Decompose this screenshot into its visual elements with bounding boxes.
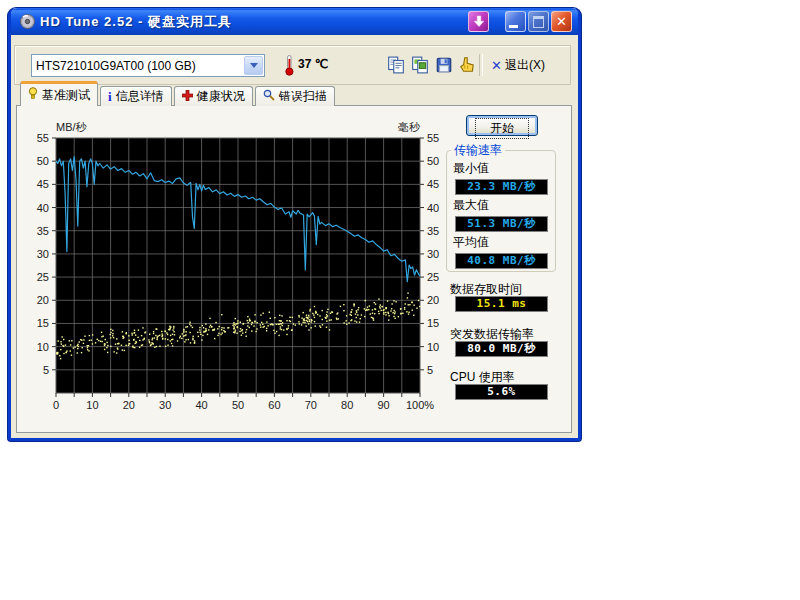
- svg-text:30: 30: [37, 248, 49, 260]
- svg-text:50: 50: [37, 155, 49, 167]
- benchmark-lightbulb-icon: [28, 87, 38, 103]
- svg-text:40: 40: [427, 202, 439, 214]
- temperature-value: 37 ℃: [298, 57, 328, 71]
- svg-text:10: 10: [37, 341, 49, 353]
- copy-image-button[interactable]: [409, 54, 431, 76]
- max-rate-display: 51.3 MB/秒: [455, 216, 548, 232]
- svg-text:20: 20: [123, 399, 135, 411]
- thermometer-icon: [284, 54, 295, 80]
- options-hand-icon: [458, 56, 476, 74]
- svg-text:55: 55: [37, 132, 49, 144]
- tab-error-scan[interactable]: 错误扫描: [255, 86, 335, 106]
- svg-text:45: 45: [427, 178, 439, 190]
- benchmark-chart: 5555505045454040353530302525202015151010…: [17, 106, 463, 418]
- access-time-display: 15.1 ms: [455, 296, 548, 312]
- download-update-button[interactable]: [468, 11, 489, 32]
- drive-select-value: HTS721010G9AT00 (100 GB): [32, 59, 243, 73]
- tab-label: 错误扫描: [279, 88, 327, 105]
- svg-text:60: 60: [268, 399, 280, 411]
- avg-rate-display: 40.8 MB/秒: [455, 253, 548, 269]
- tab-label: 信息详情: [116, 88, 164, 105]
- drive-select[interactable]: HTS721010G9AT00 (100 GB): [31, 54, 265, 77]
- svg-text:20: 20: [37, 294, 49, 306]
- svg-text:30: 30: [427, 248, 439, 260]
- exit-x-icon: ✕: [491, 58, 502, 73]
- close-icon: ✕: [556, 15, 567, 28]
- client-area: HTS721010G9AT00 (100 GB) 37 ℃: [11, 35, 578, 438]
- options-button[interactable]: [456, 54, 478, 76]
- svg-text:10: 10: [427, 341, 439, 353]
- copy-text-icon: [387, 56, 405, 74]
- svg-text:15: 15: [427, 317, 439, 329]
- svg-text:25: 25: [427, 271, 439, 283]
- svg-text:35: 35: [427, 225, 439, 237]
- svg-text:0: 0: [53, 399, 59, 411]
- maximize-button[interactable]: [528, 11, 549, 32]
- svg-text:40: 40: [37, 202, 49, 214]
- tab-label: 基准测试: [42, 87, 90, 104]
- benchmark-page: 5555505045454040353530302525202015151010…: [16, 105, 572, 433]
- down-arrow-icon: [473, 15, 485, 28]
- magnifier-icon: [263, 89, 275, 104]
- svg-text:毫秒: 毫秒: [398, 121, 421, 133]
- svg-text:50: 50: [232, 399, 244, 411]
- tab-bar: 基准测试 i 信息详情 健康状况 错误扫描: [20, 84, 335, 106]
- close-button[interactable]: ✕: [551, 11, 572, 32]
- svg-text:90: 90: [377, 399, 389, 411]
- info-icon: i: [108, 91, 112, 103]
- svg-text:50: 50: [427, 155, 439, 167]
- svg-text:5: 5: [427, 364, 433, 376]
- tab-label: 健康状况: [197, 88, 245, 105]
- svg-text:35: 35: [37, 225, 49, 237]
- svg-text:100%: 100%: [406, 399, 434, 411]
- chevron-down-icon: [250, 63, 258, 68]
- svg-text:30: 30: [159, 399, 171, 411]
- svg-text:45: 45: [37, 178, 49, 190]
- svg-text:80: 80: [341, 399, 353, 411]
- svg-text:5: 5: [43, 364, 49, 376]
- max-rate-label: 最大值: [453, 197, 555, 214]
- app-icon: [19, 13, 36, 30]
- min-rate-display: 23.3 MB/秒: [455, 179, 548, 195]
- svg-text:MB/秒: MB/秒: [56, 121, 88, 133]
- exit-button[interactable]: ✕ 退出(X): [487, 54, 549, 76]
- svg-text:55: 55: [427, 132, 439, 144]
- svg-text:15: 15: [37, 317, 49, 329]
- svg-text:20: 20: [427, 294, 439, 306]
- svg-text:10: 10: [86, 399, 98, 411]
- svg-text:40: 40: [195, 399, 207, 411]
- combo-dropdown-button[interactable]: [244, 56, 263, 75]
- health-cross-icon: [182, 90, 193, 104]
- svg-text:70: 70: [305, 399, 317, 411]
- transfer-rate-group: 传输速率 最小值 23.3 MB/秒 最大值 51.3 MB/秒 平均值 40.…: [446, 142, 556, 272]
- minimize-button[interactable]: [505, 11, 526, 32]
- title-bar: HD Tune 2.52 - 硬盘实用工具 ✕: [11, 8, 578, 35]
- cpu-usage-display: 5.6%: [455, 384, 548, 400]
- start-button[interactable]: 开始: [466, 115, 538, 136]
- tab-health[interactable]: 健康状况: [174, 86, 253, 106]
- burst-rate-display: 80.0 MB/秒: [455, 341, 548, 357]
- minimize-icon: [509, 25, 518, 28]
- svg-text:25: 25: [37, 271, 49, 283]
- tab-info[interactable]: i 信息详情: [100, 86, 172, 106]
- save-screenshot-button[interactable]: [433, 54, 455, 76]
- maximize-icon: [533, 16, 544, 28]
- tab-benchmark[interactable]: 基准测试: [20, 81, 98, 106]
- exit-label: 退出(X): [505, 57, 545, 74]
- toolbar: HTS721010G9AT00 (100 GB) 37 ℃: [14, 45, 571, 85]
- avg-rate-label: 平均值: [453, 234, 555, 251]
- copy-image-icon: [411, 56, 429, 74]
- save-floppy-icon: [435, 56, 453, 74]
- copy-text-button[interactable]: [385, 54, 407, 76]
- hdtune-window: HD Tune 2.52 - 硬盘实用工具 ✕ HTS721010G9AT00 …: [8, 8, 581, 441]
- window-title: HD Tune 2.52 - 硬盘实用工具: [40, 13, 468, 31]
- transfer-rate-group-title: 传输速率: [451, 142, 505, 159]
- min-rate-label: 最小值: [453, 160, 555, 177]
- results-panel: 开始 传输速率 最小值 23.3 MB/秒 最大值 51.3 MB/秒 平均值 …: [445, 106, 569, 426]
- toolbar-separator: [479, 54, 483, 76]
